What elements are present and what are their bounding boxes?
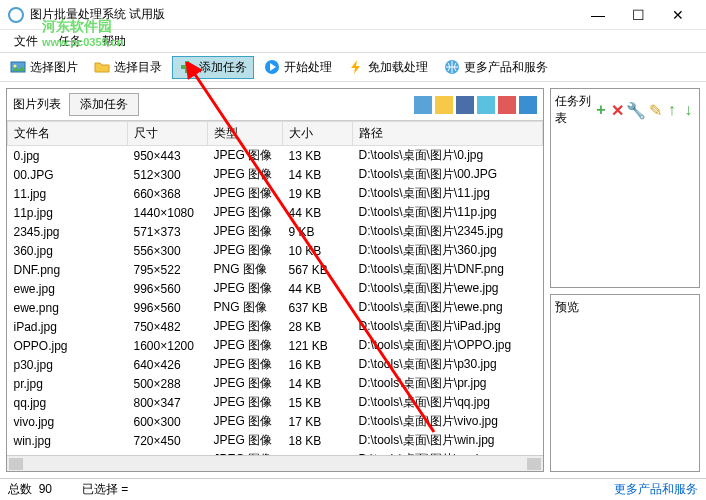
mini-save-icon[interactable] — [456, 96, 474, 114]
image-icon — [10, 59, 26, 75]
cell-size: 1600×1200 — [128, 336, 208, 355]
table-row[interactable]: pr.jpg500×288JPEG 图像14 KBD:\tools\桌面\图片\… — [8, 374, 543, 393]
col-filesize[interactable]: 大小 — [283, 122, 353, 146]
main-area: 图片列表 添加任务 文件名 尺寸 类型 大小 路径 0.jpg95 — [0, 82, 706, 478]
col-type[interactable]: 类型 — [208, 122, 283, 146]
watermark-name: 河东软件园 — [42, 18, 112, 34]
cell-path: D:\tools\桌面\图片\ewe.jpg — [353, 279, 543, 298]
watermark-url: www.pc0359.cn — [42, 36, 124, 48]
task-up-icon[interactable]: ↑ — [665, 101, 679, 119]
cell-size: 640×426 — [128, 355, 208, 374]
add-task-button[interactable]: 添加任务 — [172, 56, 254, 79]
cell-path: D:\tools\桌面\图片\iPad.jpg — [353, 317, 543, 336]
cell-type: JPEG 图像 — [208, 317, 283, 336]
cell-name: p30.jpg — [8, 355, 128, 374]
cell-name: 360.jpg — [8, 241, 128, 260]
cell-name: iPad.jpg — [8, 317, 128, 336]
cell-size: 500×288 — [128, 374, 208, 393]
add-task-label: 添加任务 — [199, 59, 247, 76]
mini-delete-icon[interactable] — [498, 96, 516, 114]
select-dir-label: 选择目录 — [114, 59, 162, 76]
cell-path: D:\tools\桌面\图片\vivo.jpg — [353, 412, 543, 431]
cell-path: D:\tools\桌面\图片\ewe.png — [353, 298, 543, 317]
free-button[interactable]: 免加载处理 — [342, 57, 434, 78]
file-table-wrap[interactable]: 文件名 尺寸 类型 大小 路径 0.jpg950×443JPEG 图像13 KB… — [7, 120, 543, 455]
task-config-icon[interactable]: 🔧 — [627, 101, 645, 119]
mini-folder-icon[interactable] — [435, 96, 453, 114]
table-row[interactable]: 2345.jpg571×373JPEG 图像9 KBD:\tools\桌面\图片… — [8, 222, 543, 241]
mini-refresh-icon[interactable] — [477, 96, 495, 114]
cell-size: 996×560 — [128, 279, 208, 298]
cell-type: JPEG 图像 — [208, 393, 283, 412]
table-row[interactable]: ewe.jpg996×560JPEG 图像44 KBD:\tools\桌面\图片… — [8, 279, 543, 298]
horizontal-scrollbar[interactable] — [7, 455, 543, 471]
table-row[interactable]: qq.jpg800×347JPEG 图像15 KBD:\tools\桌面\图片\… — [8, 393, 543, 412]
cell-path: D:\tools\桌面\图片\pr.jpg — [353, 374, 543, 393]
cell-name: 0.jpg — [8, 146, 128, 166]
maximize-button[interactable]: ☐ — [618, 7, 658, 23]
add-task-small-button[interactable]: 添加任务 — [69, 93, 139, 116]
mini-image-icon[interactable] — [414, 96, 432, 114]
table-row[interactable]: DNF.png795×522PNG 图像567 KBD:\tools\桌面\图片… — [8, 260, 543, 279]
cell-type: PNG 图像 — [208, 260, 283, 279]
select-image-label: 选择图片 — [30, 59, 78, 76]
cell-fsize: 28 KB — [283, 317, 353, 336]
cell-size: 1440×1080 — [128, 203, 208, 222]
table-row[interactable]: 11p.jpg1440×1080JPEG 图像44 KBD:\tools\桌面\… — [8, 203, 543, 222]
mini-clear-icon[interactable] — [519, 96, 537, 114]
task-add-icon[interactable]: + — [594, 101, 608, 119]
folder-icon — [94, 59, 110, 75]
cell-path: D:\tools\桌面\图片\DNF.png — [353, 260, 543, 279]
table-row[interactable]: p30.jpg640×426JPEG 图像16 KBD:\tools\桌面\图片… — [8, 355, 543, 374]
table-row[interactable]: OPPO.jpg1600×1200JPEG 图像121 KBD:\tools\桌… — [8, 336, 543, 355]
cell-path: D:\tools\桌面\图片\p30.jpg — [353, 355, 543, 374]
cell-name: qq.jpg — [8, 393, 128, 412]
cell-type: JPEG 图像 — [208, 203, 283, 222]
task-brush-icon[interactable]: ✎ — [648, 101, 662, 119]
close-button[interactable]: ✕ — [658, 7, 698, 23]
table-row[interactable]: iPad.jpg750×482JPEG 图像28 KBD:\tools\桌面\图… — [8, 317, 543, 336]
table-row[interactable]: 0.jpg950×443JPEG 图像13 KBD:\tools\桌面\图片\0… — [8, 146, 543, 166]
col-dimensions[interactable]: 尺寸 — [128, 122, 208, 146]
cell-size: 556×300 — [128, 241, 208, 260]
select-dir-button[interactable]: 选择目录 — [88, 57, 168, 78]
cell-fsize: 567 KB — [283, 260, 353, 279]
cell-fsize: 17 KB — [283, 412, 353, 431]
free-label: 免加载处理 — [368, 59, 428, 76]
cell-name: win.jpg — [8, 431, 128, 450]
minimize-button[interactable]: — — [578, 7, 618, 23]
task-list-title: 任务列表 — [555, 93, 591, 127]
select-image-button[interactable]: 选择图片 — [4, 57, 84, 78]
table-row[interactable]: vivo.jpg600×300JPEG 图像17 KBD:\tools\桌面\图… — [8, 412, 543, 431]
cell-name: OPPO.jpg — [8, 336, 128, 355]
watermark: 河东软件园 www.pc0359.cn — [42, 18, 124, 48]
statusbar: 总数 90 已选择 = 更多产品和服务 — [0, 478, 706, 500]
toolbar: 选择图片 选择目录 添加任务 开始处理 免加载处理 更多产品和服务 — [0, 52, 706, 82]
cell-name: pr.jpg — [8, 374, 128, 393]
cell-name: 11p.jpg — [8, 203, 128, 222]
status-selected: 已选择 = — [82, 481, 128, 498]
task-down-icon[interactable]: ↓ — [681, 101, 695, 119]
cell-name: 2345.jpg — [8, 222, 128, 241]
mini-toolbar — [414, 96, 537, 114]
col-filename[interactable]: 文件名 — [8, 122, 128, 146]
table-row[interactable]: ewe.png996×560PNG 图像637 KBD:\tools\桌面\图片… — [8, 298, 543, 317]
task-list-panel: 任务列表 + ✕ 🔧 ✎ ↑ ↓ — [550, 88, 700, 288]
svg-rect-3 — [181, 65, 193, 69]
cell-path: D:\tools\桌面\图片\11p.jpg — [353, 203, 543, 222]
cell-name: 11.jpg — [8, 184, 128, 203]
cell-path: D:\tools\桌面\图片\11.jpg — [353, 184, 543, 203]
task-remove-icon[interactable]: ✕ — [611, 101, 625, 119]
table-row[interactable]: 360.jpg556×300JPEG 图像10 KBD:\tools\桌面\图片… — [8, 241, 543, 260]
cell-size: 996×560 — [128, 298, 208, 317]
col-path[interactable]: 路径 — [353, 122, 543, 146]
more-button[interactable]: 更多产品和服务 — [438, 57, 554, 78]
table-row[interactable]: 11.jpg660×368JPEG 图像19 KBD:\tools\桌面\图片\… — [8, 184, 543, 203]
plus-icon — [179, 59, 195, 75]
table-row[interactable]: 00.JPG512×300JPEG 图像14 KBD:\tools\桌面\图片\… — [8, 165, 543, 184]
status-more-link[interactable]: 更多产品和服务 — [614, 481, 698, 498]
cell-size: 795×522 — [128, 260, 208, 279]
globe-icon — [444, 59, 460, 75]
start-button[interactable]: 开始处理 — [258, 57, 338, 78]
table-row[interactable]: win.jpg720×450JPEG 图像18 KBD:\tools\桌面\图片… — [8, 431, 543, 450]
